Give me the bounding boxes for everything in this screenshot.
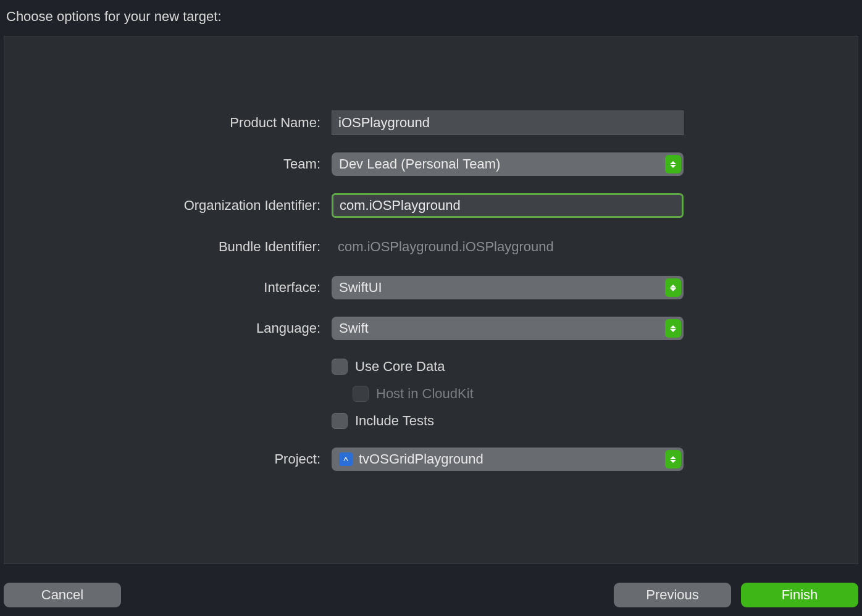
bundle-identifier-value: com.iOSPlayground.iOSPlayground [332,235,560,259]
form-panel: Product Name: Team: Dev Lead (Personal T… [4,36,858,564]
use-core-data-checkbox[interactable] [332,359,348,375]
host-cloudkit-checkbox [353,386,369,402]
include-tests-checkbox[interactable] [332,413,348,429]
xcode-project-icon [339,452,353,466]
dialog-footer: Cancel Previous Finish [0,564,862,616]
row-checkboxes: Use Core Data Host in CloudKit Include T… [4,357,858,430]
chevron-updown-icon [665,155,681,173]
label-team: Team: [4,156,332,172]
host-cloudkit-label: Host in CloudKit [376,386,474,402]
label-bundle-id: Bundle Identifier: [4,239,332,255]
label-product-name: Product Name: [4,115,332,131]
use-core-data-row: Use Core Data [332,357,474,376]
dialog-header: Choose options for your new target: [0,0,862,36]
label-org-id: Organization Identifier: [4,198,332,214]
row-team: Team: Dev Lead (Personal Team) [4,152,858,176]
team-select-value: Dev Lead (Personal Team) [339,156,500,172]
interface-select-value: SwiftUI [339,280,382,296]
row-language: Language: Swift [4,317,858,340]
row-bundle-id: Bundle Identifier: com.iOSPlayground.iOS… [4,235,858,259]
finish-button[interactable]: Finish [741,583,858,607]
project-select[interactable]: tvOSGridPlayground [332,447,684,471]
organization-identifier-input[interactable] [332,193,684,218]
language-select[interactable]: Swift [332,317,684,340]
row-org-id: Organization Identifier: [4,193,858,218]
host-cloudkit-row: Host in CloudKit [332,385,474,403]
include-tests-label: Include Tests [355,413,434,429]
label-language: Language: [4,320,332,336]
interface-select[interactable]: SwiftUI [332,276,684,299]
label-interface: Interface: [4,280,332,296]
form: Product Name: Team: Dev Lead (Personal T… [4,110,858,471]
row-project: Project: tvOSGridPlayground [4,447,858,471]
chevron-updown-icon [665,278,681,297]
use-core-data-label: Use Core Data [355,359,445,375]
include-tests-row: Include Tests [332,412,474,430]
team-select[interactable]: Dev Lead (Personal Team) [332,152,684,176]
label-project: Project: [4,451,332,467]
chevron-updown-icon [665,319,681,338]
row-product-name: Product Name: [4,110,858,135]
project-select-value: tvOSGridPlayground [359,451,483,467]
previous-button[interactable]: Previous [614,583,731,607]
row-interface: Interface: SwiftUI [4,276,858,299]
svg-rect-0 [343,456,349,463]
cancel-button[interactable]: Cancel [4,583,121,607]
product-name-input[interactable] [332,110,684,135]
language-select-value: Swift [339,320,369,336]
chevron-updown-icon [665,450,681,468]
dialog-title: Choose options for your new target: [6,9,222,24]
